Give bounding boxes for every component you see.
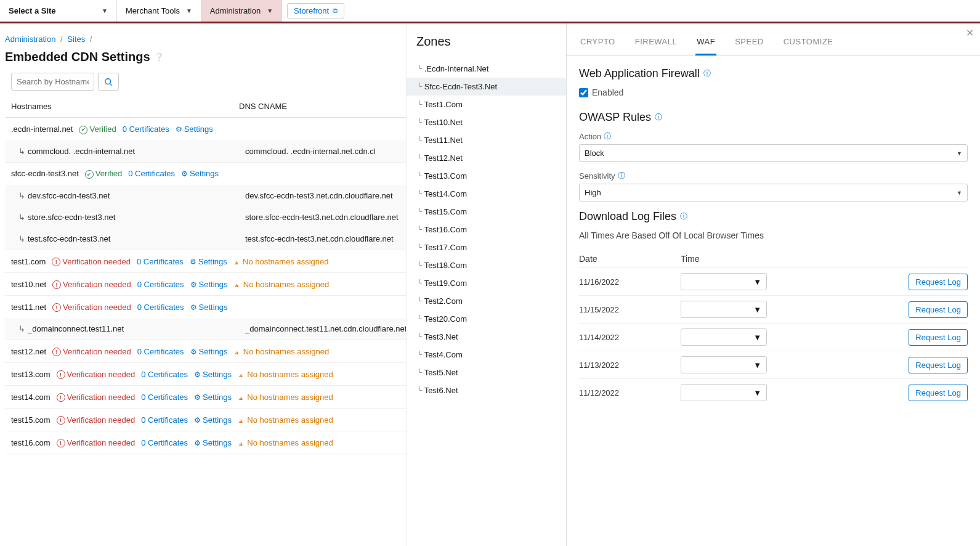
zone-item[interactable]: └Test10.Net [407, 113, 566, 131]
zone-label: Test5.Net [424, 368, 458, 377]
request-log-button[interactable]: Request Log [909, 274, 968, 290]
settings-link[interactable]: Settings [190, 347, 228, 356]
administration-label: Administration [210, 6, 261, 15]
info-icon[interactable]: ⓘ [655, 112, 662, 123]
log-time-select[interactable]: ▼ [681, 273, 767, 290]
breadcrumb-sites[interactable]: Sites [67, 35, 85, 44]
hostname-child-row[interactable]: ↳store.sfcc-ecdn-test3.netstore.sfcc-ecd… [5, 206, 406, 228]
certificates-link[interactable]: 0 Certificates [141, 438, 188, 447]
storefront-link[interactable]: Storefront ⧉ [287, 3, 344, 18]
hostname-row[interactable]: test15.comVerification needed0 Certifica… [5, 409, 406, 431]
zones-title: Zones [407, 32, 566, 60]
zone-item[interactable]: └Sfcc-Ecdn-Test3.Net [407, 78, 566, 96]
search-input[interactable] [11, 73, 94, 91]
tab-firewall[interactable]: FIREWALL [634, 33, 679, 55]
request-log-button[interactable]: Request Log [909, 329, 968, 346]
tab-customize[interactable]: CUSTOMIZE [782, 33, 835, 55]
info-icon[interactable]: ⓘ [618, 171, 625, 181]
certificates-link[interactable]: 0 Certificates [141, 415, 188, 425]
settings-link[interactable]: Settings [190, 280, 228, 289]
zone-item[interactable]: └ .Ecdn-Internal.Net [407, 60, 566, 78]
zone-item[interactable]: └Test16.Com [407, 221, 566, 238]
zone-item[interactable]: └Test15.Com [407, 203, 566, 221]
settings-link[interactable]: Settings [190, 257, 227, 266]
tree-icon: └ [418, 100, 422, 108]
hostname-row[interactable]: test12.netVerification needed0 Certifica… [5, 340, 406, 362]
hostname-child-row[interactable]: ↳dev.sfcc-ecdn-test3.netdev.sfcc-ecdn-te… [5, 185, 406, 206]
settings-link[interactable]: Settings [194, 370, 232, 379]
info-icon[interactable]: ⓘ [604, 131, 611, 142]
hostname-child-row[interactable]: ↳commcloud. .ecdn-internal.netcommcloud.… [5, 141, 406, 162]
certificates-link[interactable]: 0 Certificates [141, 393, 188, 402]
verification-needed-badge: Verification needed [57, 438, 136, 447]
settings-link[interactable]: Settings [181, 169, 219, 178]
close-icon[interactable]: ✕ [966, 27, 974, 39]
zone-item[interactable]: └Test3.Net [407, 328, 566, 346]
hostname-row[interactable]: test10.netVerification needed0 Certifica… [5, 273, 406, 295]
log-time-select[interactable]: ▼ [681, 328, 767, 346]
request-log-button[interactable]: Request Log [909, 357, 968, 373]
verified-badge: Verified [85, 169, 122, 179]
storefront-label: Storefront [294, 6, 329, 15]
hostname-child-row[interactable]: ↳test.sfcc-ecdn-test3.nettest.sfcc-ecdn-… [5, 228, 406, 250]
zone-item[interactable]: └Test20.Com [407, 310, 566, 328]
sensitivity-select[interactable]: High ▼ [579, 184, 968, 202]
certificates-link[interactable]: 0 Certificates [123, 124, 169, 134]
log-time-select[interactable]: ▼ [681, 356, 767, 373]
no-hostnames-warning: No hostnames assigned [238, 370, 333, 379]
enabled-checkbox[interactable] [579, 88, 588, 97]
hostname-row[interactable]: test16.comVerification needed0 Certifica… [5, 431, 406, 454]
hostname-row[interactable]: test14.comVerification needed0 Certifica… [5, 386, 406, 408]
request-log-button[interactable]: Request Log [909, 301, 968, 318]
zone-item[interactable]: └Test18.Com [407, 256, 566, 274]
settings-link[interactable]: Settings [194, 415, 232, 425]
certificates-link[interactable]: 0 Certificates [141, 370, 188, 379]
certificates-link[interactable]: 0 Certificates [137, 347, 184, 356]
zone-item[interactable]: └Test11.Net [407, 131, 566, 149]
administration-menu[interactable]: Administration ▼ [201, 0, 282, 22]
log-time-select[interactable]: ▼ [681, 384, 767, 401]
merchant-tools-menu[interactable]: Merchant Tools ▼ [117, 0, 201, 22]
certificates-link[interactable]: 0 Certificates [128, 169, 175, 178]
help-icon[interactable]: ❔ [154, 52, 164, 62]
hostname-row[interactable]: sfcc-ecdn-test3.netVerified0 Certificate… [5, 163, 406, 185]
site-selector[interactable]: Select a Site ▼ [0, 0, 117, 22]
hostname-child-row[interactable]: ↳_domainconnect.test11.net_domainconnect… [5, 318, 406, 340]
request-log-button[interactable]: Request Log [909, 385, 968, 401]
zone-item[interactable]: └Test4.Com [407, 346, 566, 364]
breadcrumb-admin[interactable]: Administration [5, 35, 55, 44]
enabled-checkbox-row[interactable]: Enabled [579, 88, 968, 97]
tab-speed[interactable]: SPEED [734, 33, 765, 55]
zone-item[interactable]: └Test13.Com [407, 167, 566, 185]
warning-icon [234, 347, 241, 356]
zone-item[interactable]: └Test12.Net [407, 149, 566, 167]
info-icon[interactable]: ⓘ [680, 211, 687, 222]
zone-item[interactable]: └Test2.Com [407, 292, 566, 310]
settings-link[interactable]: Settings [190, 303, 228, 312]
log-row: 11/14/2022▼Request Log [579, 323, 968, 351]
zone-item[interactable]: └Test14.Com [407, 185, 566, 203]
info-icon[interactable]: ⓘ [703, 68, 711, 79]
zone-item[interactable]: └Test19.Com [407, 274, 566, 292]
hostname-row[interactable]: test13.comVerification needed0 Certifica… [5, 363, 406, 385]
hostname-row[interactable]: .ecdn-internal.netVerified0 Certificates… [5, 118, 406, 141]
date-header: Date [579, 254, 681, 264]
search-button[interactable] [98, 73, 119, 91]
zone-item[interactable]: └Test1.Com [407, 96, 566, 113]
external-link-icon: ⧉ [333, 7, 338, 15]
tab-waf[interactable]: WAF [695, 33, 716, 55]
zone-item[interactable]: └Test5.Net [407, 364, 566, 381]
settings-link[interactable]: Settings [194, 438, 232, 447]
certificates-link[interactable]: 0 Certificates [137, 303, 184, 312]
certificates-link[interactable]: 0 Certificates [137, 257, 184, 266]
zone-item[interactable]: └Test6.Net [407, 381, 566, 399]
tab-crypto[interactable]: CRYPTO [579, 33, 617, 55]
zone-item[interactable]: └Test17.Com [407, 238, 566, 256]
settings-link[interactable]: Settings [176, 124, 213, 134]
certificates-link[interactable]: 0 Certificates [137, 280, 184, 289]
settings-link[interactable]: Settings [194, 393, 232, 402]
hostname-row[interactable]: test1.comVerification needed0 Certificat… [5, 250, 406, 272]
log-time-select[interactable]: ▼ [681, 301, 767, 318]
action-select[interactable]: Block ▼ [579, 144, 968, 162]
hostname-row[interactable]: test11.netVerification needed0 Certifica… [5, 296, 406, 318]
